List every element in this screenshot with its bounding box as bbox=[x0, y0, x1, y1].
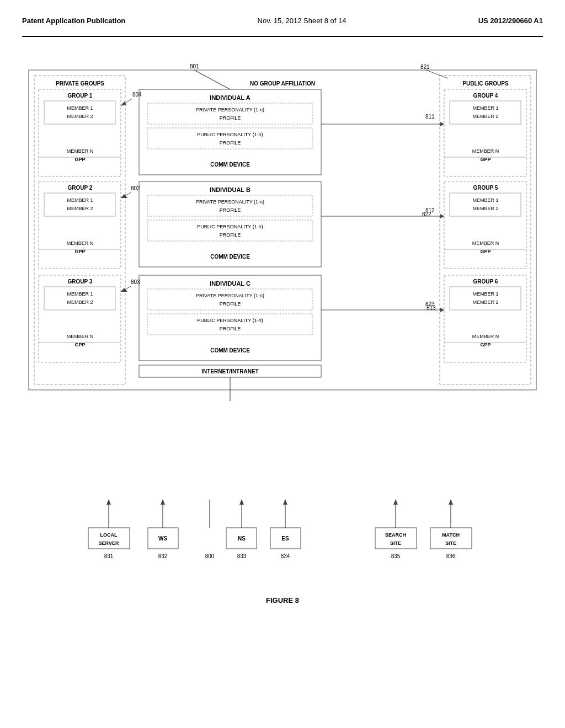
g3-member2: MEMBER 2 bbox=[67, 299, 93, 305]
ind-a-private-profile: PROFILE bbox=[220, 115, 241, 121]
ref-800-label: 800 bbox=[205, 553, 215, 559]
g6-member1: MEMBER 1 bbox=[472, 291, 498, 297]
svg-rect-28 bbox=[147, 289, 313, 310]
svg-rect-8 bbox=[39, 275, 121, 362]
svg-rect-15 bbox=[444, 181, 526, 269]
svg-marker-68 bbox=[449, 499, 453, 505]
group2-label: GROUP 2 bbox=[68, 185, 93, 191]
private-groups-label: PRIVATE GROUPS bbox=[56, 81, 104, 87]
svg-rect-19 bbox=[450, 287, 521, 310]
g1-member2: MEMBER 2 bbox=[67, 114, 93, 119]
svg-rect-29 bbox=[147, 314, 313, 335]
svg-rect-6 bbox=[44, 193, 115, 216]
g6-member2: MEMBER 2 bbox=[472, 299, 498, 305]
ind-c-private: PRIVATE PERSONALITY (1-n) bbox=[196, 293, 264, 298]
ref-821: 821 bbox=[420, 64, 430, 70]
no-group-affiliation-label: NO GROUP AFFILIATION bbox=[250, 81, 315, 87]
g1-member1: MEMBER 1 bbox=[67, 105, 93, 111]
header-publication-label: Patent Application Publication bbox=[22, 17, 125, 25]
group1-label: GROUP 1 bbox=[68, 93, 93, 99]
ind-a-public-profile: PROFILE bbox=[220, 140, 241, 146]
svg-rect-13 bbox=[450, 101, 521, 124]
es-box: ES bbox=[281, 536, 289, 542]
g6-gpp: GPP bbox=[480, 342, 491, 347]
ref-831-label: 831 bbox=[104, 553, 114, 559]
ind-a-comm: COMM DEVICE bbox=[210, 162, 250, 168]
group5-label: GROUP 5 bbox=[473, 185, 498, 191]
svg-rect-23 bbox=[147, 128, 313, 149]
svg-marker-41 bbox=[440, 214, 444, 218]
svg-rect-18 bbox=[444, 275, 526, 362]
svg-marker-64 bbox=[283, 499, 287, 505]
ref-812: 812 bbox=[425, 207, 435, 213]
svg-line-32 bbox=[121, 99, 132, 106]
svg-line-31 bbox=[194, 70, 230, 89]
svg-line-39 bbox=[426, 70, 448, 78]
search-site-box: SEARCH bbox=[385, 532, 406, 538]
ind-c-public: PUBLIC PERSONALITY (1-n) bbox=[197, 318, 263, 323]
figure-caption: FIGURE 8 bbox=[22, 596, 543, 604]
svg-rect-2 bbox=[39, 89, 121, 176]
g1-gpp: GPP bbox=[74, 157, 85, 162]
g1-memberN: MEMBER N bbox=[67, 148, 94, 154]
individual-a-label: INDIVIDUAL A bbox=[210, 94, 250, 101]
svg-marker-66 bbox=[393, 499, 398, 505]
svg-rect-22 bbox=[147, 103, 313, 124]
individual-c-label: INDIVIDUAL C bbox=[210, 280, 250, 287]
local-server-box: LOCAL bbox=[100, 532, 118, 538]
g5-member2: MEMBER 2 bbox=[472, 206, 498, 211]
ind-c-comm: COMM DEVICE bbox=[210, 347, 250, 354]
ind-b-comm: COMM DEVICE bbox=[210, 254, 250, 260]
ind-b-private-profile: PROFILE bbox=[220, 207, 241, 213]
match-site-box: MATCH bbox=[442, 532, 460, 538]
svg-rect-9 bbox=[44, 287, 115, 310]
individual-b-label: INDIVIDUAL B bbox=[210, 186, 250, 193]
ind-a-public: PUBLIC PERSONALITY (1-n) bbox=[197, 132, 263, 137]
svg-marker-38 bbox=[440, 122, 444, 126]
group4-label: GROUP 4 bbox=[473, 93, 498, 99]
ind-b-public-profile: PROFILE bbox=[220, 232, 241, 238]
ref-835-label: 835 bbox=[391, 553, 401, 559]
ref-803: 803 bbox=[131, 279, 140, 285]
g6-memberN: MEMBER N bbox=[472, 334, 499, 339]
svg-marker-43 bbox=[440, 308, 444, 312]
g5-gpp: GPP bbox=[480, 249, 491, 254]
ind-a-private: PRIVATE PERSONALITY (1-n) bbox=[196, 107, 264, 113]
g4-member2: MEMBER 2 bbox=[472, 114, 498, 119]
g2-memberN: MEMBER N bbox=[67, 240, 94, 246]
g2-gpp: GPP bbox=[74, 249, 85, 254]
ws-box: WS bbox=[158, 536, 167, 542]
group6-label: GROUP 6 bbox=[473, 279, 498, 285]
g3-gpp: GPP bbox=[74, 342, 85, 347]
group3-label: GROUP 3 bbox=[68, 279, 93, 285]
g2-member1: MEMBER 1 bbox=[67, 197, 93, 203]
g3-member1: MEMBER 1 bbox=[67, 291, 93, 297]
ns-box: NS bbox=[238, 536, 246, 542]
page-header: Patent Application Publication Nov. 15, … bbox=[22, 11, 543, 37]
page: Patent Application Publication Nov. 15, … bbox=[0, 0, 565, 728]
header-sheet-info: Nov. 15, 2012 Sheet 8 of 14 bbox=[258, 17, 347, 25]
ref-801: 801 bbox=[190, 63, 199, 69]
g4-memberN: MEMBER N bbox=[472, 148, 499, 154]
g5-member1: MEMBER 1 bbox=[472, 197, 498, 203]
g4-gpp: GPP bbox=[480, 157, 491, 162]
ind-c-public-profile: PROFILE bbox=[220, 326, 241, 331]
ref-833-label: 833 bbox=[237, 553, 247, 559]
svg-text:SITE: SITE bbox=[445, 540, 456, 546]
svg-rect-16 bbox=[450, 193, 521, 216]
header-patent-number: US 2012/290660 A1 bbox=[478, 17, 543, 25]
svg-marker-58 bbox=[161, 499, 165, 505]
ref-836-label: 836 bbox=[446, 553, 456, 559]
figure-8-diagram: PRIVATE GROUPS GROUP 1 MEMBER 1 MEMBER 2… bbox=[23, 59, 542, 500]
svg-marker-56 bbox=[106, 499, 111, 505]
ref-802: 802 bbox=[131, 185, 140, 191]
svg-rect-26 bbox=[147, 220, 313, 241]
ref-804: 804 bbox=[132, 92, 142, 98]
svg-rect-5 bbox=[39, 181, 121, 269]
public-groups-label: PUBLIC GROUPS bbox=[462, 81, 509, 87]
ref-834-label: 834 bbox=[281, 553, 290, 559]
svg-rect-25 bbox=[147, 195, 313, 216]
g5-memberN: MEMBER N bbox=[472, 240, 499, 246]
server-row-diagram: LOCAL SERVER WS NS ES SEARCH SITE MATCH … bbox=[66, 495, 565, 583]
g3-memberN: MEMBER N bbox=[67, 334, 94, 339]
